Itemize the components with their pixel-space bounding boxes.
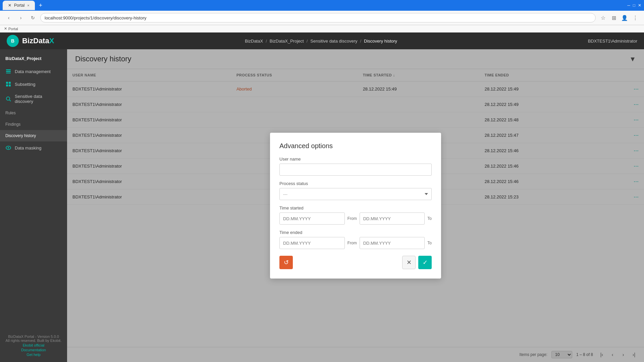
breadcrumb-project[interactable]: BizDataX_Project xyxy=(270,39,304,44)
subsetting-icon xyxy=(5,81,11,87)
back-button[interactable]: ‹ xyxy=(4,13,13,22)
sidebar-label-data-masking: Data masking xyxy=(15,145,41,150)
breadcrumb-discovery[interactable]: Sensitive data discovery xyxy=(310,39,357,44)
time-ended-group: Time ended From To xyxy=(279,230,432,249)
portal-icon: ✕ xyxy=(4,26,7,31)
advanced-options-modal: Advanced options User name Process statu… xyxy=(270,133,441,279)
sidebar-label-subsetting: Subsetting xyxy=(15,82,35,87)
confirm-button[interactable]: ✓ xyxy=(418,256,432,269)
app-header: B BizDataX BizDataX / BizDataX_Project /… xyxy=(0,33,644,49)
time-ended-to-input[interactable] xyxy=(360,237,425,249)
footer-link-docs[interactable]: Documentation xyxy=(5,348,62,352)
svg-point-10 xyxy=(8,147,9,148)
breadcrumb: BizDataX / BizDataX_Project / Sensitive … xyxy=(245,39,397,44)
sidebar-item-data-management[interactable]: Data management xyxy=(0,65,67,78)
sidebar-item-subsetting[interactable]: Subsetting xyxy=(0,78,67,90)
process-status-group: Process status --- Aborted Completed Run… xyxy=(279,181,432,200)
forward-button[interactable]: › xyxy=(16,13,25,22)
reset-button[interactable]: ↺ xyxy=(279,256,293,269)
footer-title: BizDataX Portal - Version 5.0.0 xyxy=(5,335,62,339)
footer-link-ekobit[interactable]: Ekobit official xyxy=(5,343,62,347)
cancel-icon: ✕ xyxy=(407,259,412,266)
menu-btn[interactable]: ⋮ xyxy=(631,13,640,22)
content-area: Discovery history ▼ USER NAME PROCESS ST… xyxy=(67,49,644,362)
footer-link-help[interactable]: Get help xyxy=(5,353,62,357)
time-started-from-input[interactable] xyxy=(279,213,345,225)
breadcrumb-history: Discovery history xyxy=(364,39,397,44)
svg-point-7 xyxy=(6,97,10,100)
breadcrumb-bizdatax[interactable]: BizDataX xyxy=(245,39,263,44)
svg-rect-6 xyxy=(9,84,11,86)
portal-label: Portal xyxy=(8,27,18,31)
sensitive-discovery-icon xyxy=(5,96,11,102)
new-tab-button[interactable]: + xyxy=(38,2,44,9)
sidebar-footer: BizDataX Portal - Version 5.0.0 All righ… xyxy=(0,329,67,362)
time-ended-label: Time ended xyxy=(279,230,432,235)
process-status-select[interactable]: --- Aborted Completed Running xyxy=(279,188,432,200)
svg-rect-1 xyxy=(6,71,11,72)
time-started-label: Time started xyxy=(279,205,432,210)
sidebar-label-sensitive-discovery: Sensitive data discovery xyxy=(15,94,62,104)
header-user: BDXTEST1\Administrator xyxy=(588,39,637,44)
profile-btn[interactable]: 👤 xyxy=(620,13,629,22)
sidebar-item-rules[interactable]: Rules xyxy=(0,107,67,119)
bookmark-btn[interactable]: ☆ xyxy=(598,13,608,22)
process-status-label: Process status xyxy=(279,181,432,186)
user-name-label: User name xyxy=(279,157,432,162)
time-started-from-label: From xyxy=(347,216,357,221)
modal-footer: ↺ ✕ ✓ xyxy=(279,256,432,269)
time-started-group: Time started From To xyxy=(279,205,432,225)
user-name-input[interactable] xyxy=(279,164,432,176)
cancel-button[interactable]: ✕ xyxy=(402,256,416,269)
tab-close-btn[interactable]: × xyxy=(27,3,29,7)
reload-button[interactable]: ↻ xyxy=(28,13,38,22)
app-logo: B BizDataX xyxy=(7,35,54,47)
logo-x: X xyxy=(49,37,54,45)
sidebar-label-data-management: Data management xyxy=(15,69,51,74)
sidebar-item-findings[interactable]: Findings xyxy=(0,119,67,130)
confirm-icon: ✓ xyxy=(423,259,428,266)
time-ended-from-label: From xyxy=(347,241,357,245)
address-bar[interactable] xyxy=(40,13,596,22)
data-management-icon xyxy=(5,68,11,74)
logo-biz: BizDataX xyxy=(22,37,54,45)
modal-title: Advanced options xyxy=(279,142,432,150)
browser-tab[interactable]: ✕ Portal × xyxy=(3,1,35,10)
reset-icon: ↺ xyxy=(284,259,289,266)
time-started-to-input[interactable] xyxy=(360,213,425,225)
sidebar-item-data-masking[interactable]: Data masking xyxy=(0,141,67,154)
modal-footer-right: ✕ ✓ xyxy=(402,256,432,269)
svg-rect-5 xyxy=(6,84,8,86)
data-masking-icon xyxy=(5,145,11,151)
user-name-group: User name xyxy=(279,157,432,176)
sidebar: BizDataX_Project Data management xyxy=(0,49,67,362)
extensions-btn[interactable]: ⊞ xyxy=(609,13,619,22)
sidebar-item-sensitive-discovery[interactable]: Sensitive data discovery xyxy=(0,90,67,107)
svg-rect-2 xyxy=(6,73,11,73)
sidebar-project-name: BizDataX_Project xyxy=(0,52,67,65)
sidebar-item-discovery-history[interactable]: Discovery history xyxy=(0,130,67,141)
tab-icon: ✕ xyxy=(8,3,11,8)
footer-sub: All rights reserved. Built by Ekobit. xyxy=(5,339,62,343)
modal-overlay: Advanced options User name Process statu… xyxy=(67,49,644,362)
time-started-to-label: To xyxy=(427,216,432,221)
time-ended-from-input[interactable] xyxy=(279,237,345,249)
svg-line-8 xyxy=(9,100,11,101)
svg-rect-0 xyxy=(6,69,11,70)
tab-title: Portal xyxy=(14,3,24,8)
time-ended-to-label: To xyxy=(427,241,432,245)
svg-rect-4 xyxy=(9,82,11,84)
svg-rect-3 xyxy=(6,82,8,84)
portal-bar: ✕ Portal xyxy=(0,25,644,33)
